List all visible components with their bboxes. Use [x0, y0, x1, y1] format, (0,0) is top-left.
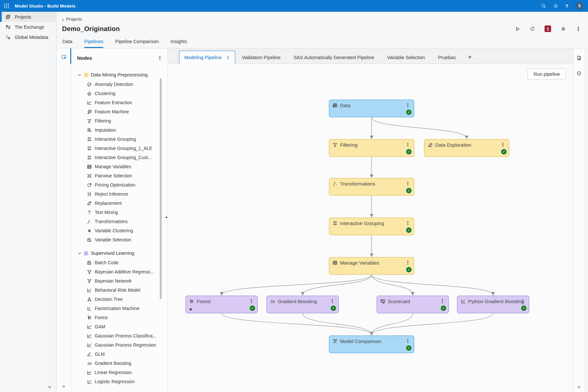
- node-menu-icon[interactable]: ⋮: [405, 102, 410, 108]
- node-list-item-manage-variables[interactable]: Manage Variables: [71, 162, 168, 171]
- logistic-regression-icon: [87, 379, 92, 384]
- app-header: Model Studio - Build Models ? S: [0, 0, 588, 12]
- pipeline-node-data[interactable]: Data⋮✓: [329, 100, 414, 117]
- node-list-item-pricing-optimization[interactable]: Pricing Optimization: [71, 180, 168, 189]
- nodes-list-scrollbar[interactable]: [160, 78, 162, 299]
- node-list-item-label: Interactive Grouping: [95, 137, 136, 142]
- more-menu-icon[interactable]: ⋮: [576, 26, 581, 32]
- node-menu-icon[interactable]: ⋮: [440, 298, 445, 304]
- pipeline-node-filtering[interactable]: Filtering⋮✓: [329, 139, 414, 157]
- node-menu-icon[interactable]: ⋮: [405, 220, 410, 226]
- pipeline-tab-variable-selection[interactable]: Variable Selection: [381, 51, 432, 64]
- nodes-panel-collapse-handle[interactable]: ◄: [165, 216, 168, 219]
- pipeline-node-data-exploration[interactable]: Data Exploration⋮✓: [424, 139, 509, 157]
- node-list-item-feature-extraction[interactable]: Feature Extraction: [71, 98, 168, 107]
- pipeline-node-interactive-grouping[interactable]: Interactive Grouping⋮✓: [329, 218, 414, 235]
- right-rail-collapse-button[interactable]: «: [573, 384, 585, 389]
- refresh-icon[interactable]: [530, 26, 535, 31]
- node-list-item-behavioral-risk-model[interactable]: Behavioral Risk Model: [71, 286, 168, 295]
- node-list-item-variable-selection[interactable]: Variable Selection: [71, 235, 168, 244]
- node-list-item-label: Logistic Regression: [95, 379, 135, 384]
- node-list-item-gradient-boosting[interactable]: Gradient Boosting: [71, 359, 168, 368]
- pipeline-node-gradient-boosting[interactable]: Gradient Boosting⋮✓: [267, 296, 339, 313]
- node-list-item-clustering[interactable]: Clustering: [71, 89, 168, 98]
- sidebar-item-global-metadata[interactable]: Global Metadata: [0, 32, 56, 42]
- pipeline-tab-sas-automatically-generated-pipeline[interactable]: SAS Automatically Generated Pipeline: [287, 51, 381, 64]
- node-list-item-interactive-grouping-cust[interactable]: Interactive Grouping_Cust...: [71, 153, 168, 162]
- node-menu-icon[interactable]: ⋮: [405, 260, 410, 266]
- node-list-item-linear-regression[interactable]: Linear Regression: [71, 368, 168, 377]
- node-menu-icon[interactable]: ⋮: [520, 298, 525, 304]
- edge-gradient-boosting-to-model-comparison: [303, 313, 372, 335]
- projects-icon: [6, 14, 10, 19]
- pipeline-tab-menu-icon[interactable]: ⋮: [225, 55, 230, 60]
- node-menu-icon[interactable]: ⋮: [249, 298, 254, 304]
- node-list-item-forest[interactable]: Forest: [71, 313, 168, 322]
- nodes-panel-toggle-icon[interactable]: [61, 55, 66, 392]
- node-list-item-transformations[interactable]: ƒTransformations: [71, 217, 168, 226]
- nodes-panel-menu-icon[interactable]: ⋮: [157, 55, 162, 61]
- settings-gear-icon[interactable]: [561, 26, 566, 31]
- node-list-item-pairwise-selection[interactable]: Pairwise Selection: [71, 171, 168, 180]
- run-pipeline-button[interactable]: Run pipeline: [528, 69, 566, 79]
- node-list-item-gam[interactable]: GAM: [71, 322, 168, 331]
- node-list-item-reject-inference[interactable]: Reject Inference: [71, 189, 168, 199]
- node-menu-icon[interactable]: ⋮: [500, 142, 505, 148]
- sidebar-item-projects[interactable]: Projects: [0, 12, 56, 22]
- node-menu-icon[interactable]: ⋮: [405, 338, 410, 344]
- node-list-item-imputation[interactable]: Imputation: [71, 125, 168, 135]
- tab-pipelines[interactable]: Pipelines: [84, 39, 104, 48]
- node-list-item-gaussian-process-classifica[interactable]: Gaussian Process Classifica...: [71, 331, 168, 340]
- node-menu-icon[interactable]: ⋮: [405, 181, 410, 187]
- pipeline-report-icon[interactable]: [577, 56, 581, 60]
- breadcrumb[interactable]: ‹ Projects: [57, 12, 588, 22]
- add-pipeline-button[interactable]: +: [462, 51, 477, 64]
- search-icon[interactable]: [541, 4, 546, 8]
- notification-badge[interactable]: 1: [545, 25, 551, 32]
- pipeline-tab-validation-pipeline[interactable]: Validation Pipeline: [235, 51, 287, 64]
- node-group-data-mining-preprocessing[interactable]: Data Mining Preprocessing: [71, 70, 168, 80]
- node-list-item-feature-machine[interactable]: Feature Machine: [71, 107, 168, 116]
- pipeline-node-manage-variables[interactable]: Manage Variables⋮✓: [329, 257, 414, 275]
- notifications-icon[interactable]: [553, 4, 558, 8]
- node-list-item-bayesian-network[interactable]: Bayesian Network: [71, 276, 168, 286]
- pipeline-node-scorecard[interactable]: Scorecard⋮✓: [377, 296, 449, 313]
- tab-pipeline-comparison[interactable]: Pipeline Comparison: [115, 39, 159, 48]
- node-list-item-batch-code[interactable]: Batch Code: [71, 258, 168, 267]
- help-icon[interactable]: ?: [565, 3, 568, 9]
- chevron-down-icon: [78, 73, 81, 77]
- pipeline-node-forest[interactable]: Forest⋮★✓: [186, 296, 258, 313]
- tab-data[interactable]: Data: [62, 39, 73, 48]
- info-icon[interactable]: [577, 71, 581, 76]
- node-list-item-bayesian-additive-regressi[interactable]: Bayesian Additive Regressi...: [71, 267, 168, 276]
- avatar[interactable]: S: [576, 2, 583, 10]
- appbar-actions: ? S: [541, 2, 588, 10]
- pipeline-tab-modeling-pipeline[interactable]: Modeling Pipeline⋮: [179, 51, 235, 64]
- sidebar-item-the-exchange[interactable]: The Exchange: [0, 22, 56, 32]
- panel-expand-button[interactable]: »: [57, 383, 71, 389]
- node-menu-icon[interactable]: ⋮: [330, 298, 335, 304]
- run-icon[interactable]: [515, 26, 520, 31]
- node-list-item-interactive-grouping[interactable]: Interactive Grouping: [71, 135, 168, 144]
- node-list-item-logistic-regression[interactable]: Logistic Regression: [71, 377, 168, 386]
- node-list-item-replacement[interactable]: Replacement: [71, 199, 168, 208]
- node-list-item-filtering[interactable]: Filtering: [71, 116, 168, 125]
- app-switcher-icon[interactable]: [4, 3, 9, 9]
- node-list-item-anomaly-detection[interactable]: Anomaly Detection: [71, 80, 168, 89]
- node-list-item-decision-tree[interactable]: Decision Tree: [71, 295, 168, 304]
- node-list-item-gaussian-process-regression[interactable]: Gaussian Process Regression: [71, 340, 168, 350]
- node-group-supervised-learning[interactable]: Supervised Learning: [71, 248, 168, 258]
- node-list-item-text-mining[interactable]: Text Mining: [71, 208, 168, 217]
- tab-insights[interactable]: Insights: [171, 39, 187, 48]
- node-list-item-factorization-machine[interactable]: Factorization Machine: [71, 304, 168, 313]
- node-list-item-variable-clustering[interactable]: Variable Clustering: [71, 226, 168, 235]
- sidebar-collapse-button[interactable]: «: [48, 384, 51, 389]
- node-list-item-glm[interactable]: GLM: [71, 350, 168, 359]
- pipeline-tab-pruebas[interactable]: Pruebas: [432, 51, 462, 64]
- pipeline-node-python-gradient-boosting[interactable]: Python Gradient Boosting⋮✓: [457, 296, 529, 313]
- pipeline-node-transformations[interactable]: ƒTransformations⋮✓: [329, 178, 414, 196]
- pipeline-node-model-comparison[interactable]: Model Comparison⋮✓: [329, 335, 414, 353]
- node-list-item-interactive-grouping-1-ale[interactable]: Interactive Grouping_1_ALE: [71, 144, 168, 153]
- pipeline-canvas[interactable]: Data⋮✓Filtering⋮✓Data Exploration⋮✓ƒTran…: [168, 64, 573, 392]
- node-menu-icon[interactable]: ⋮: [405, 142, 410, 148]
